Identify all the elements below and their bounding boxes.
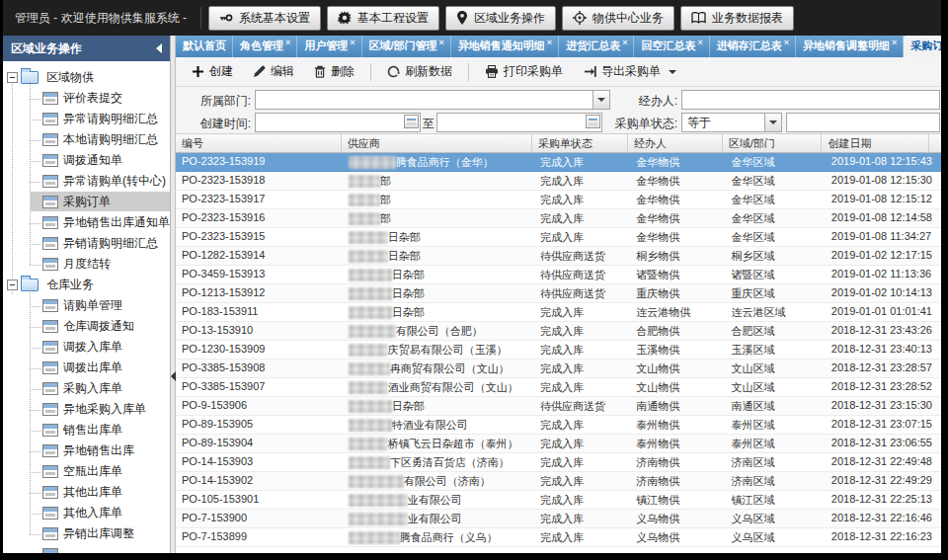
sidebar-tree-item[interactable]: 仓库调拨通知 <box>3 316 170 337</box>
print-po-button[interactable]: 打印采购单 <box>477 60 571 83</box>
sidebar-tree-item[interactable]: 异地采购入库单 <box>3 399 170 420</box>
table-row[interactable]: PO-1230-153909 庆贸易有限公司（玉溪） 完成入库 玉溪物供 玉溪区… <box>176 341 941 360</box>
table-row[interactable]: PO-3385-153907 酒业商贸有限公司（文山） 完成入库 文山物供 文山… <box>176 378 941 397</box>
calendar-icon[interactable] <box>404 115 419 128</box>
edit-button[interactable]: 编辑 <box>245 60 302 83</box>
table-row[interactable]: PO-9-153906 日杂部 待供应商送货 南通物供 南通区域 2018-12… <box>176 397 941 416</box>
table-scrollbar[interactable] <box>933 491 941 509</box>
sidebar-tree-item[interactable] <box>3 544 170 553</box>
sidebar-tree-item[interactable]: 评价表提交 <box>3 88 170 109</box>
tree-group-row[interactable]: 仓库业务 <box>3 275 170 295</box>
delete-button[interactable]: 删除 <box>306 60 362 83</box>
column-header[interactable]: 创建日期 <box>822 134 929 152</box>
collapse-expander-icon[interactable] <box>7 280 18 290</box>
sidebar-tree-item[interactable]: 异销出库调整 <box>3 523 170 544</box>
table-scrollbar[interactable] <box>933 360 941 377</box>
chevron-left-icon[interactable] <box>156 43 162 53</box>
table-scrollbar[interactable] <box>933 191 941 208</box>
table-row[interactable]: PO-2323-153917 部 完成入库 金华物供 金华区域 2019-01-… <box>176 191 941 209</box>
table-scrollbar[interactable] <box>933 397 941 415</box>
sidebar-tree-item[interactable]: 异地销售出库 <box>3 440 170 461</box>
table-scrollbar[interactable] <box>933 416 941 434</box>
column-header[interactable]: 经办人 <box>628 134 723 152</box>
export-po-button[interactable]: 导出采购单 <box>575 60 684 83</box>
tab[interactable]: 进销存汇总表 × <box>710 36 796 57</box>
close-tab-icon[interactable]: × <box>285 39 290 47</box>
tree-group-row[interactable]: 区域物供 <box>3 67 170 88</box>
table-row[interactable]: PO-2323-153916 部 完成入库 金华物供 金华区域 2019-01-… <box>176 209 941 228</box>
sidebar-tree-item[interactable]: 采购订单 <box>3 192 170 212</box>
table-scrollbar[interactable] <box>933 228 941 246</box>
menu-button-project-settings[interactable]: 基本工程设置 <box>327 6 439 31</box>
create-button[interactable]: 创建 <box>184 60 241 83</box>
column-header[interactable]: 采购单状态 <box>532 134 628 152</box>
table-row[interactable]: PO-183-153911 日杂部 完成入库 连云港物供 连云港区域 2019-… <box>176 303 941 322</box>
tab[interactable]: 进货汇总表 × <box>559 36 634 57</box>
sidebar-tree-item[interactable]: 请购单管理 <box>3 295 170 316</box>
tab[interactable]: 角色管理 × <box>233 36 297 57</box>
close-tab-icon[interactable]: × <box>547 39 552 47</box>
table-scrollbar[interactable] <box>933 322 941 340</box>
table-scrollbar[interactable] <box>933 284 941 302</box>
refresh-button[interactable]: 刷新数据 <box>379 60 460 83</box>
close-tab-icon[interactable]: × <box>350 39 355 47</box>
table-row[interactable]: PO-89-153905 特酒业有限公司 完成入库 泰州物供 泰州区域 2018… <box>176 416 941 435</box>
sidebar-tree-item[interactable]: 销售出库单 <box>3 420 170 440</box>
po-status-operator-select[interactable]: 等于 <box>681 113 782 132</box>
table-row[interactable]: PO-13-153910 有限公司（合肥） 完成入库 合肥物供 合肥区域 201… <box>176 322 941 341</box>
menu-button-system-settings[interactable]: 系统基本设置 <box>208 6 321 31</box>
table-row[interactable]: PO-2323-153919 腾食品商行（金华） 完成入库 金华物供 金华区域 … <box>176 153 941 172</box>
sidebar-tree-item[interactable]: 其他出库单 <box>3 482 170 503</box>
table-row[interactable]: PO-1213-153912 日杂部 待供应商送货 重庆物供 重庆区域 2019… <box>176 284 941 303</box>
table-row[interactable]: PO-3385-153908 冉商贸有限公司（文山） 完成入库 文山物供 文山区… <box>176 360 941 378</box>
menu-button-data-reports[interactable]: 业务数据报表 <box>680 6 794 31</box>
tab[interactable]: 默认首页 <box>176 36 233 57</box>
tab[interactable]: 异地销售通知明细 × <box>451 36 559 57</box>
tab[interactable]: 用户管理 × <box>297 36 361 57</box>
menu-button-supply-center[interactable]: 物供中心业务 <box>562 6 674 31</box>
table-row[interactable]: PO-2323-153918 部 完成入库 金华物供 金华区域 2019-01-… <box>176 172 941 191</box>
sidebar-tree-item[interactable]: 调拨入库单 <box>3 337 170 358</box>
tab[interactable]: 采购订单 × <box>904 36 941 57</box>
table-scrollbar[interactable] <box>933 303 941 321</box>
table-row[interactable]: PO-14-153903 下区勇清百货店（济南） 完成入库 济南物供 济南区域 … <box>176 453 941 472</box>
tab[interactable]: 区域/部门管理 × <box>362 36 451 57</box>
close-tab-icon[interactable]: × <box>784 39 789 47</box>
table-scrollbar[interactable] <box>933 247 941 265</box>
collapse-expander-icon[interactable] <box>7 72 18 83</box>
sidebar-tree-item[interactable]: 采购入库单 <box>3 378 170 399</box>
table-row[interactable]: PO-89-153904 桥镇飞云日杂超市（泰州） 完成入库 泰州物供 泰州区域… <box>176 435 941 453</box>
sidebar-tree-item[interactable]: 异常请购单(转中心) <box>3 171 170 192</box>
table-scrollbar[interactable] <box>933 472 941 490</box>
close-tab-icon[interactable]: × <box>892 39 897 47</box>
sidebar-tree-item[interactable]: 调拨通知单 <box>3 150 170 171</box>
table-row[interactable]: PO-7-153899 腾食品商行（义乌） 完成入库 义乌物供 义乌区域 201… <box>176 528 941 547</box>
table-row[interactable]: PO-3459-153913 日杂部 待供应商送货 诸暨物供 诸暨区域 2019… <box>176 266 941 284</box>
column-header[interactable]: 区域/部门 <box>723 134 823 152</box>
table-row[interactable]: PO-105-153901 业有限公司 完成入库 镇江物供 镇江区域 2018-… <box>176 491 941 510</box>
table-scrollbar[interactable] <box>933 153 941 171</box>
tab[interactable]: 异地销售调整明细 × <box>796 36 904 57</box>
sidebar-tree-item[interactable]: 异地销售出库通知单 <box>3 212 170 233</box>
sidebar-tree-item[interactable]: 空瓶出库单 <box>3 461 170 482</box>
po-status-value-input[interactable] <box>786 113 940 132</box>
table-scrollbar[interactable] <box>933 378 941 396</box>
table-row[interactable]: PO-7-153900 业有限公司 完成入库 义乌物供 义乌区域 2018-12… <box>176 510 941 528</box>
sidebar-tree-item[interactable]: 异常请购明细汇总 <box>3 109 170 129</box>
sidebar-tree-item[interactable]: 调拨出库单 <box>3 358 170 378</box>
table-scrollbar[interactable] <box>933 341 941 359</box>
sidebar-tree-item[interactable]: 月度结转 <box>3 254 170 275</box>
tab[interactable]: 回空汇总表 × <box>634 36 709 57</box>
close-tab-icon[interactable]: × <box>439 39 444 47</box>
handler-input[interactable] <box>681 90 940 110</box>
table-scrollbar[interactable] <box>933 209 941 227</box>
table-scrollbar[interactable] <box>933 510 941 527</box>
chevron-down-icon[interactable] <box>764 114 781 131</box>
table-row[interactable]: PO-14-153902 有限公司（济南） 完成入库 济南物供 济南区域 201… <box>176 472 941 491</box>
close-tab-icon[interactable]: × <box>622 39 627 47</box>
menu-button-region-operations[interactable]: 区域业务操作 <box>445 6 556 31</box>
column-header[interactable]: 编号 <box>176 134 342 152</box>
table-scrollbar[interactable] <box>933 266 941 283</box>
created-from-input[interactable] <box>255 113 421 132</box>
table-scrollbar[interactable] <box>933 528 941 546</box>
